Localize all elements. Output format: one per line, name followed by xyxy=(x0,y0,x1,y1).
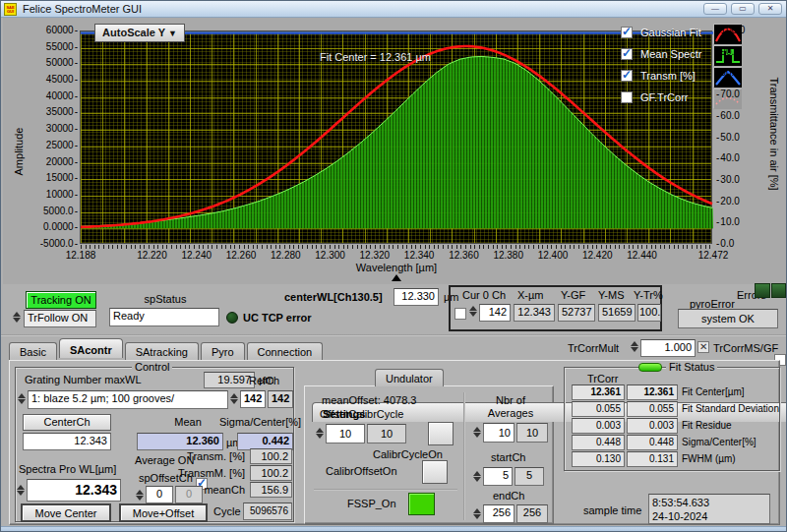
right-tick-label: 10.0 xyxy=(716,216,740,227)
y-tick-label: -5000.0 xyxy=(32,238,78,249)
spoffsetch-field-1[interactable]: 0 xyxy=(146,486,173,503)
tab-connection[interactable]: Connection xyxy=(247,342,324,360)
calibrcycleon-button[interactable] xyxy=(428,422,454,445)
x-tick-label: 12.220 xyxy=(130,250,173,261)
cursor-x-field: 12.343 xyxy=(514,304,555,322)
fit-status-row: 12.36112.361Fit Center[µm] xyxy=(572,384,778,401)
cycle-label: Cycle xyxy=(213,505,241,517)
meanch-label: meanCh xyxy=(198,484,245,496)
close-button[interactable]: ✕ xyxy=(758,3,782,15)
tab-pyro[interactable]: Pyro xyxy=(201,342,245,360)
spectra-wl-field[interactable]: 12.343 xyxy=(27,479,121,502)
trcorrmult-spinner[interactable] xyxy=(631,340,639,353)
tracking-on-button[interactable]: Tracking ON xyxy=(26,291,96,309)
right-axis-label: Transmittance in air [%] xyxy=(768,55,780,212)
y-tick-label: 35000 xyxy=(32,106,78,117)
startch-spinner[interactable] xyxy=(473,470,482,483)
grating-label: Grating Number maxWL xyxy=(25,374,142,385)
cursor-yms-field: 51659 xyxy=(598,304,636,322)
y-tick-label: 25000 xyxy=(32,140,78,150)
trfollow-spinner[interactable] xyxy=(13,311,22,324)
nbr-averages-spinner[interactable] xyxy=(473,426,482,439)
window-title: Felice SpectroMeter GUI xyxy=(23,3,142,15)
fit-status-led xyxy=(638,363,662,372)
fssp-on-button[interactable] xyxy=(408,493,435,515)
centerch-field[interactable]: 12.343 xyxy=(23,433,111,450)
legend-checkbox-mean-spectr[interactable] xyxy=(621,48,633,60)
legend-checkbox-gf-trcorr[interactable] xyxy=(621,91,633,103)
sample-time-clock: 8:53:54.633 xyxy=(652,496,766,509)
autoscale-y-dropdown[interactable]: AutoScale Y ▼ xyxy=(94,24,185,42)
legend-label: Transm [%] xyxy=(640,70,696,82)
refch-spinner[interactable] xyxy=(230,392,239,405)
x-axis-cursor-icon[interactable] xyxy=(392,274,401,281)
autoscale-label: AutoScale Y xyxy=(102,27,165,38)
right-tick-label: 60.0 xyxy=(716,110,740,121)
plot-area[interactable]: Fit Center = 12.361 µm xyxy=(80,30,712,244)
trcorrmult-field[interactable]: 1.000 xyxy=(640,339,696,357)
y-tick-label: 10000 xyxy=(32,189,78,200)
grating-spinner[interactable] xyxy=(18,392,27,405)
fit-status-row: 0.4480.448Sigma/Center[%] xyxy=(572,435,778,451)
spectra-wl-spinner[interactable] xyxy=(17,484,26,497)
offsetcalibr-label: OffsetCalibrCycle xyxy=(320,408,403,420)
cursor-ch-spinner[interactable] xyxy=(469,305,478,318)
uc-tcp-error-led xyxy=(226,312,238,324)
move-center-button[interactable]: Move Center xyxy=(21,503,111,522)
cursor-checkbox[interactable] xyxy=(454,308,466,320)
settings-divider xyxy=(463,392,465,520)
grating-combo[interactable]: 1: blaze 5.2 µm; 100 grooves/ xyxy=(28,390,228,409)
spstatus-field[interactable]: Ready xyxy=(109,308,219,326)
transmm-field: 100.2 xyxy=(250,465,292,481)
spectrum-chart xyxy=(81,31,713,245)
fit-row-label: Fit Center[µm] xyxy=(682,386,745,397)
right-tick-label: 50.0 xyxy=(716,132,740,143)
x-axis-ticks: 12.18812.22012.24012.26012.28012.30012.3… xyxy=(3,250,786,262)
fssp-on-label: FSSP_On xyxy=(347,498,396,509)
right-tick-label: 20.0 xyxy=(716,196,740,207)
refch-field-1[interactable]: 142 xyxy=(240,390,266,408)
cursor-ch-field[interactable]: 142 xyxy=(479,304,511,322)
close-icon: ✕ xyxy=(767,4,774,13)
nbr-averages-field-2: 10 xyxy=(516,423,548,443)
nbr-averages-label-2: Averages xyxy=(473,407,548,419)
cycle-field: 5096576 xyxy=(243,502,292,520)
right-tick-label: 100.0 xyxy=(716,25,745,35)
fit-status-row: 0.1300.131FWHM (µm) xyxy=(572,451,778,468)
maximize-button[interactable]: ▭ xyxy=(731,3,755,15)
cursor-header-yms: Y-MS xyxy=(598,289,625,301)
x-tick-label: 12.280 xyxy=(264,250,307,261)
x-tick-label: 12.400 xyxy=(531,250,575,261)
x-axis-tick-strip xyxy=(81,245,713,249)
calibroffseton-button[interactable] xyxy=(422,460,448,484)
fit-trcorr-value: 0.130 xyxy=(572,451,625,467)
offsetcalibr-field-1[interactable]: 10 xyxy=(326,424,365,443)
tab-undulator[interactable]: Undulator xyxy=(375,369,444,386)
transm-label: Transm. [%] xyxy=(178,450,245,462)
fit-row-label: Fit Standard Deviation xyxy=(682,403,779,414)
trfollow-field[interactable]: TrFollow ON xyxy=(24,310,96,327)
x-axis-label: Wavelength [µm] xyxy=(298,262,495,273)
startch-field-2: 5 xyxy=(515,467,544,486)
spoffsetch-spinner[interactable] xyxy=(136,489,145,502)
move-offset-button[interactable]: Move+Offset xyxy=(119,503,208,522)
fit-status-row: 0.0550.055Fit Standard Deviation xyxy=(572,401,778,418)
control-group-title: Control xyxy=(132,361,172,373)
tab-satracking[interactable]: SAtracking xyxy=(125,342,199,360)
endch-spinner[interactable] xyxy=(473,507,482,520)
minimize-button[interactable]: — xyxy=(703,3,727,15)
legend-checkbox-gaussian-fit[interactable] xyxy=(621,27,633,38)
centerwl-field[interactable]: 12.330 xyxy=(394,288,439,306)
app-icon-text-bottom: GUI xyxy=(5,10,16,14)
tab-sacontr[interactable]: SAcontr xyxy=(59,338,123,358)
cursor-header-ch: Cur 0 Ch xyxy=(462,289,506,301)
fit-trcorr-value: 0.448 xyxy=(572,435,625,450)
nbr-averages-field-1[interactable]: 10 xyxy=(483,423,515,443)
offsetcalibr-spinner[interactable] xyxy=(316,427,325,440)
endch-field-1[interactable]: 256 xyxy=(483,504,515,523)
tab-basic[interactable]: Basic xyxy=(9,342,57,360)
startch-field-1[interactable]: 5 xyxy=(483,467,513,486)
trcorrmult-x-checkbox[interactable] xyxy=(697,341,709,353)
legend-checkbox-transm-[interactable] xyxy=(621,70,633,82)
y-axis-ticks: 6000055000500004500040000350003000025000… xyxy=(32,30,78,244)
